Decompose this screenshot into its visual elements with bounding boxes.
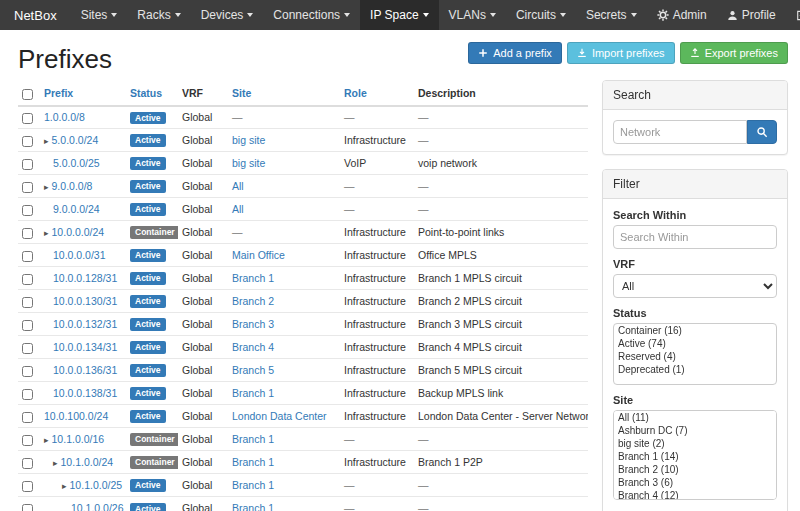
nav-item-connections[interactable]: Connections [263,0,360,30]
prefix-link[interactable]: 9.0.0.0/8 [52,180,93,192]
prefix-link[interactable]: 10.0.100.0/24 [44,410,108,422]
site-link[interactable]: big site [232,134,265,146]
site-link[interactable]: Branch 4 [232,341,274,353]
nav-item-label: Sites [81,8,108,22]
app-logo[interactable]: NetBox [0,0,71,30]
filter-option[interactable]: All (11) [614,411,776,424]
site-link[interactable]: Branch 1 [232,502,274,511]
nav-item-sites[interactable]: Sites [71,0,128,30]
row-checkbox[interactable] [22,251,33,262]
column-header-site[interactable]: Site [232,87,251,99]
site-link[interactable]: All [232,203,244,215]
filter-option[interactable]: Branch 1 (14) [614,450,776,463]
row-checkbox[interactable] [22,389,33,400]
prefix-link[interactable]: 10.0.0.138/31 [53,387,117,399]
status-filter-list[interactable]: Container (16)Active (74)Reserved (4)Dep… [613,323,777,385]
export-prefixes-button[interactable]: Export prefixes [680,42,788,64]
vrf-select[interactable]: All [613,274,777,298]
site-link[interactable]: Branch 1 [232,272,274,284]
prefix-link[interactable]: 10.0.0.134/31 [53,341,117,353]
nav-item-devices[interactable]: Devices [191,0,264,30]
column-header-role[interactable]: Role [344,87,367,99]
prefix-link[interactable]: 10.0.0.128/31 [53,272,117,284]
row-checkbox[interactable] [22,504,33,511]
search-within-input[interactable] [613,225,777,249]
filter-option[interactable]: Branch 4 (12) [614,489,776,500]
site-link[interactable]: Branch 1 [232,387,274,399]
nav-item-log-out[interactable]: Log out [786,0,800,30]
site-link[interactable]: Branch 1 [232,456,274,468]
prefix-link[interactable]: 10.1.0.0/25 [70,479,123,491]
site-link[interactable]: Branch 5 [232,364,274,376]
row-checkbox[interactable] [22,205,33,216]
row-checkbox[interactable] [22,343,33,354]
page-title: Prefixes [18,44,112,75]
prefix-link[interactable]: 10.0.0.132/31 [53,318,117,330]
filter-option[interactable]: big site (2) [614,437,776,450]
prefix-link[interactable]: 10.1.0.0/16 [52,433,105,445]
prefix-link[interactable]: 10.0.0.136/31 [53,364,117,376]
site-link[interactable]: Branch 1 [232,433,274,445]
prefix-link[interactable]: 9.0.0.0/24 [53,203,100,215]
prefix-link[interactable]: 10.0.0.130/31 [53,295,117,307]
row-checkbox[interactable] [22,113,33,124]
nav-item-admin[interactable]: Admin [647,0,717,30]
filter-option[interactable]: Active (74) [614,337,776,350]
row-checkbox[interactable] [22,228,33,239]
row-checkbox[interactable] [22,159,33,170]
site-link[interactable]: Branch 3 [232,318,274,330]
row-checkbox[interactable] [22,182,33,193]
add-prefix-button[interactable]: Add a prefix [468,42,562,64]
filter-option[interactable]: Deprecated (1) [614,363,776,376]
description-value: — [418,502,429,511]
prefix-link[interactable]: 5.0.0.0/25 [53,157,100,169]
role-value: Infrastructure [344,387,406,399]
site-link[interactable]: London Data Center [232,410,327,422]
prefix-link[interactable]: 10.0.0.0/31 [53,249,106,261]
filter-option[interactable]: Branch 3 (6) [614,476,776,489]
column-header-status[interactable]: Status [130,87,162,99]
site-link[interactable]: big site [232,157,265,169]
nav-item-circuits[interactable]: Circuits [506,0,576,30]
row-checkbox[interactable] [22,366,33,377]
prefix-link[interactable]: 10.1.0.0/24 [61,456,114,468]
search-input[interactable] [613,120,747,144]
row-checkbox[interactable] [22,481,33,492]
table-header-row: Prefix Status VRF Site Role Description [18,82,588,106]
row-checkbox[interactable] [22,320,33,331]
prefix-link[interactable]: 10.1.0.0/26 [71,502,124,511]
row-checkbox[interactable] [22,274,33,285]
nav-item-secrets[interactable]: Secrets [576,0,647,30]
filter-option[interactable]: Ashburn DC (7) [614,424,776,437]
site-link[interactable]: Main Office [232,249,285,261]
filter-option[interactable]: Container (16) [614,324,776,337]
filter-option[interactable]: Reserved (4) [614,350,776,363]
site-link[interactable]: Branch 1 [232,479,274,491]
site-link[interactable]: Branch 2 [232,295,274,307]
page-actions: Add a prefix Import prefixes Export pref… [468,42,788,64]
row-checkbox[interactable] [22,136,33,147]
row-checkbox[interactable] [22,458,33,469]
nav-item-profile[interactable]: Profile [717,0,786,30]
site-link[interactable]: All [232,180,244,192]
prefix-link[interactable]: 5.0.0.0/24 [52,134,99,146]
nav-item-ip-space[interactable]: IP Space [360,0,438,30]
vrf-value: Global [182,387,212,399]
site-filter-list[interactable]: All (11)Ashburn DC (7)big site (2)Branch… [613,410,777,500]
nav-menu: SitesRacksDevicesConnectionsIP SpaceVLAN… [71,0,647,30]
row-checkbox[interactable] [22,297,33,308]
prefix-link[interactable]: 1.0.0.0/8 [44,111,85,123]
prefix-link[interactable]: 10.0.0.0/24 [52,226,105,238]
vrf-value: Global [182,226,212,238]
row-checkbox[interactable] [22,412,33,423]
import-prefixes-button[interactable]: Import prefixes [567,42,675,64]
select-all-checkbox[interactable] [22,89,33,100]
nav-item-racks[interactable]: Racks [127,0,190,30]
nav-item-vlans[interactable]: VLANs [439,0,506,30]
search-button[interactable] [747,120,777,144]
row-checkbox[interactable] [22,435,33,446]
search-panel-title: Search [603,81,787,110]
status-badge: Active [130,387,166,400]
column-header-prefix[interactable]: Prefix [44,87,73,99]
filter-option[interactable]: Branch 2 (10) [614,463,776,476]
